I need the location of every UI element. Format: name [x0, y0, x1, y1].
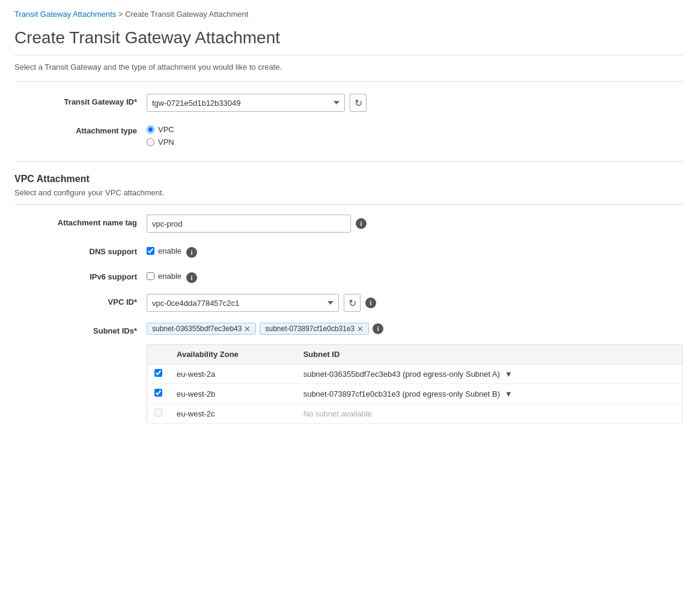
ipv6-support-label: IPv6 support — [14, 269, 147, 281]
attachment-name-tag-label: Attachment name tag — [14, 215, 147, 227]
ipv6-support-checkbox-item[interactable]: enable — [147, 269, 181, 281]
subnet-row-1-az: eu-west-2a — [169, 364, 296, 384]
vpc-id-label: VPC ID* — [14, 294, 147, 306]
ipv6-support-checkbox[interactable] — [147, 272, 154, 280]
attachment-type-vpn-label: VPN — [158, 138, 174, 147]
attachment-type-control: VPC VPN — [147, 123, 683, 147]
subnet-tag-2-text: subnet-073897cf1e0cb31e3 — [265, 325, 355, 333]
transit-gateway-id-row: Transit Gateway ID* tgw-0721e5d1b12b3304… — [14, 94, 683, 112]
subnet-row-3-check-cell[interactable] — [147, 404, 170, 424]
dns-support-info-icon[interactable]: i — [186, 247, 197, 258]
subnet-tags-container: subnet-036355bdf7ec3eb43 ✕ subnet-073897… — [147, 323, 683, 335]
attachment-name-tag-row: Attachment name tag vpc-prod i — [14, 215, 683, 233]
subnet-row-1-dropdown-text: subnet-036355bdf7ec3eb43 (prod egress-on… — [303, 370, 500, 379]
subnet-row-2-subnet: subnet-073897cf1e0cb31e3 (prod egress-on… — [296, 384, 668, 404]
vpc-id-control: vpc-0ce4dda778457c2c1 ↻ i — [147, 294, 683, 312]
dns-support-enable-label: enable — [158, 246, 181, 255]
breadcrumb-separator: > — [118, 10, 123, 19]
attachment-type-vpc-radio[interactable] — [147, 126, 154, 133]
subnet-row-1-dropdown[interactable]: subnet-036355bdf7ec3eb43 (prod egress-on… — [303, 370, 660, 379]
subnet-row-1-dropdown-arrow[interactable]: ▼ — [505, 370, 513, 379]
attachment-type-row: Attachment type VPC VPN — [14, 123, 683, 147]
attachment-type-radio-group: VPC VPN — [147, 123, 174, 147]
vpc-attachment-description: Select and configure your VPC attachment… — [14, 188, 683, 205]
subnet-row-3-col-divider — [668, 404, 683, 424]
vpc-id-select[interactable]: vpc-0ce4dda778457c2c1 — [147, 294, 339, 312]
subnet-row-2-dropdown[interactable]: subnet-073897cf1e0cb31e3 (prod egress-on… — [303, 389, 660, 398]
attachment-name-tag-input[interactable]: vpc-prod — [147, 215, 351, 233]
breadcrumb-current: Create Transit Gateway Attachment — [125, 10, 248, 19]
ipv6-support-control: enable i — [147, 269, 683, 283]
subnet-tag-2: subnet-073897cf1e0cb31e3 ✕ — [260, 323, 369, 335]
attachment-type-vpc-option[interactable]: VPC — [147, 125, 174, 134]
table-row: eu-west-2c No subnet available — [147, 404, 683, 424]
ipv6-support-row: IPv6 support enable i — [14, 269, 683, 283]
subnet-tag-1: subnet-036355bdf7ec3eb43 ✕ — [147, 323, 256, 335]
breadcrumb-link[interactable]: Transit Gateway Attachments — [14, 10, 116, 19]
page-description: Select a Transit Gateway and the type of… — [14, 63, 683, 82]
attachment-name-tag-info-icon[interactable]: i — [356, 218, 367, 229]
ipv6-support-info-icon[interactable]: i — [186, 272, 197, 283]
subnet-row-2-col-divider — [668, 384, 683, 404]
ipv6-support-enable-label: enable — [158, 272, 181, 281]
vpc-attachment-title: VPC Attachment — [14, 174, 683, 184]
vpc-id-row: VPC ID* vpc-0ce4dda778457c2c1 ↻ i — [14, 294, 683, 312]
attachment-type-vpn-radio[interactable] — [147, 138, 154, 146]
attachment-type-label: Attachment type — [14, 123, 147, 135]
subnet-row-2-checkbox[interactable] — [154, 389, 162, 397]
subnet-table: Availability Zone Subnet ID eu-west-2a — [147, 344, 683, 424]
subnet-row-2-az: eu-west-2b — [169, 384, 296, 404]
subnet-ids-row: Subnet IDs* subnet-036355bdf7ec3eb43 ✕ s… — [14, 323, 683, 424]
dns-support-checkbox[interactable] — [147, 247, 154, 255]
subnet-row-1-subnet: subnet-036355bdf7ec3eb43 (prod egress-on… — [296, 364, 668, 384]
table-row: eu-west-2b subnet-073897cf1e0cb31e3 (pro… — [147, 384, 683, 404]
dns-support-checkbox-item[interactable]: enable — [147, 243, 181, 255]
transit-gateway-id-control: tgw-0721e5d1b12b33049 ↻ — [147, 94, 683, 112]
subnet-row-3-subnet: No subnet available — [296, 404, 668, 424]
subnet-tag-1-text: subnet-036355bdf7ec3eb43 — [152, 325, 242, 333]
subnet-row-2-dropdown-arrow[interactable]: ▼ — [505, 389, 513, 398]
vpc-attachment-section: VPC Attachment Select and configure your… — [14, 174, 683, 424]
table-row: eu-west-2a subnet-036355bdf7ec3eb43 (pro… — [147, 364, 683, 384]
vpc-id-refresh-button[interactable]: ↻ — [344, 294, 361, 312]
dns-support-label: DNS support — [14, 243, 147, 256]
dns-support-row: DNS support enable i — [14, 243, 683, 258]
breadcrumb: Transit Gateway Attachments > Create Tra… — [14, 10, 683, 19]
section-divider — [14, 161, 683, 162]
transit-gateway-id-label: Transit Gateway ID* — [14, 94, 147, 106]
subnet-table-col-check — [147, 345, 170, 364]
subnet-ids-area: subnet-036355bdf7ec3eb43 ✕ subnet-073897… — [147, 323, 683, 424]
subnet-table-col-az: Availability Zone — [169, 345, 296, 364]
dns-support-control: enable i — [147, 243, 683, 258]
subnet-row-1-col-divider — [668, 364, 683, 384]
attachment-name-tag-control: vpc-prod i — [147, 215, 683, 233]
subnet-row-3-az: eu-west-2c — [169, 404, 296, 424]
attachment-type-vpc-label: VPC — [158, 125, 174, 134]
transit-gateway-id-select[interactable]: tgw-0721e5d1b12b33049 — [147, 94, 345, 112]
vpc-id-info-icon[interactable]: i — [365, 297, 376, 308]
subnet-row-2-check-cell[interactable] — [147, 384, 170, 404]
subnet-row-2-dropdown-text: subnet-073897cf1e0cb31e3 (prod egress-on… — [303, 389, 500, 398]
page-title: Create Transit Gateway Attachment — [14, 28, 683, 55]
subnet-table-col-subnet: Subnet ID — [296, 345, 668, 364]
attachment-type-vpn-option[interactable]: VPN — [147, 138, 174, 147]
transit-gateway-refresh-button[interactable]: ↻ — [350, 94, 367, 112]
subnet-row-1-check-cell[interactable] — [147, 364, 170, 384]
subnet-row-1-checkbox[interactable] — [154, 369, 162, 377]
subnet-ids-label: Subnet IDs* — [14, 323, 147, 335]
subnet-table-col-divider — [668, 345, 683, 364]
subnet-ids-info-icon[interactable]: i — [373, 323, 383, 334]
subnet-row-3-checkbox — [154, 409, 162, 416]
subnet-tag-1-close[interactable]: ✕ — [244, 325, 251, 333]
subnet-tag-2-close[interactable]: ✕ — [357, 325, 364, 333]
